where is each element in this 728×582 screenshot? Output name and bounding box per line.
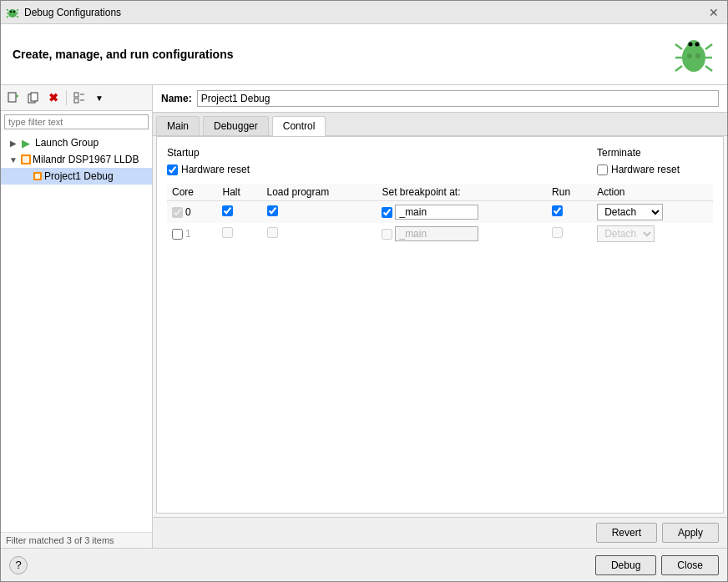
delete-button[interactable]: ✖ bbox=[44, 89, 63, 107]
col-run: Run bbox=[547, 184, 592, 201]
svg-rect-25 bbox=[31, 93, 38, 101]
expand-launch-group[interactable]: ▶ bbox=[8, 139, 19, 148]
core0-action-cell: Detach Continue Halt bbox=[592, 201, 713, 224]
core1-action-select[interactable]: Detach bbox=[597, 225, 655, 242]
core1-halt-checkbox[interactable] bbox=[222, 227, 233, 238]
svg-point-1 bbox=[10, 10, 12, 12]
svg-point-19 bbox=[687, 53, 692, 58]
startup-hw-reset-checkbox[interactable] bbox=[167, 164, 178, 175]
filter-dropdown-button[interactable]: ▼ bbox=[90, 89, 109, 107]
launch-group-icon: ▶ bbox=[19, 136, 33, 149]
cores-table: Core Halt Load program Set breakpoint at… bbox=[167, 184, 713, 245]
tab-debugger[interactable]: Debugger bbox=[203, 116, 269, 135]
revert-button[interactable]: Revert bbox=[596, 523, 657, 543]
bottom-bar: ? Debug Close bbox=[1, 548, 727, 581]
svg-rect-27 bbox=[74, 99, 78, 103]
bottom-left: ? bbox=[9, 556, 28, 574]
core0-cell: 0 bbox=[167, 201, 217, 224]
col-action: Action bbox=[592, 184, 713, 201]
core0-checkbox[interactable] bbox=[172, 207, 183, 218]
terminate-hw-reset-row: Hardware reset bbox=[597, 164, 680, 175]
tree-item-launch-group[interactable]: ▶ ▶ Launch Group bbox=[1, 134, 152, 151]
right-action-bar: Revert Apply bbox=[153, 517, 727, 548]
name-label: Name: bbox=[161, 93, 192, 104]
svg-line-8 bbox=[17, 16, 18, 18]
tab-control[interactable]: Control bbox=[272, 116, 326, 136]
toolbar-divider bbox=[66, 90, 67, 105]
filter-status: Filter matched 3 of 3 items bbox=[1, 532, 152, 548]
core0-run-cell bbox=[547, 201, 592, 224]
left-toolbar: ✖ ▼ bbox=[1, 85, 152, 111]
svg-point-0 bbox=[8, 9, 17, 18]
core0-load-checkbox[interactable] bbox=[267, 205, 278, 216]
core1-action-cell: Detach bbox=[592, 223, 713, 245]
core1-checkbox[interactable] bbox=[172, 229, 183, 240]
svg-point-10 bbox=[687, 40, 700, 52]
apply-button[interactable]: Apply bbox=[662, 523, 719, 543]
close-button[interactable]: Close bbox=[661, 555, 719, 575]
svg-line-7 bbox=[7, 16, 8, 18]
terminate-hw-reset-checkbox[interactable] bbox=[597, 164, 608, 175]
core1-cell: 1 bbox=[167, 223, 217, 245]
collapse-button[interactable] bbox=[70, 89, 88, 107]
core0-halt-checkbox[interactable] bbox=[222, 205, 233, 216]
tree-item-milandr[interactable]: ▼ Milandr DSP1967 LLDB bbox=[1, 151, 152, 168]
core0-bp-input[interactable] bbox=[395, 205, 478, 220]
duplicate-button[interactable] bbox=[24, 89, 43, 107]
help-button[interactable]: ? bbox=[9, 556, 28, 574]
core0-bp-cell bbox=[377, 201, 547, 224]
name-input[interactable] bbox=[197, 90, 719, 107]
col-bp: Set breakpoint at: bbox=[377, 184, 547, 201]
startup-hw-reset-label: Hardware reset bbox=[181, 164, 250, 175]
svg-line-14 bbox=[705, 44, 712, 49]
svg-rect-31 bbox=[23, 156, 29, 163]
core0-label: 0 bbox=[185, 206, 191, 218]
tree-item-project1-debug[interactable]: ▶ Project1 Debug bbox=[1, 168, 152, 185]
bug-icon-large bbox=[672, 33, 715, 76]
tab-bar: Main Debugger Control bbox=[153, 113, 727, 136]
svg-point-2 bbox=[13, 10, 15, 12]
launch-group-label: Launch Group bbox=[35, 137, 99, 149]
dialog-header: Create, manage, and run configurations bbox=[1, 24, 727, 85]
table-row: 1 bbox=[167, 223, 713, 245]
svg-line-18 bbox=[705, 66, 712, 71]
core0-run-checkbox[interactable] bbox=[552, 205, 563, 216]
milandr-label: Milandr DSP1967 LLDB bbox=[33, 154, 139, 165]
title-bar-left: Debug Configurations bbox=[6, 6, 121, 19]
tab-main[interactable]: Main bbox=[156, 116, 200, 135]
svg-point-20 bbox=[695, 53, 700, 58]
startup-hw-reset-row: Hardware reset bbox=[167, 164, 250, 175]
core0-action-select[interactable]: Detach Continue Halt bbox=[597, 204, 663, 220]
svg-line-13 bbox=[675, 44, 682, 49]
core1-bp-checkbox[interactable] bbox=[382, 229, 392, 240]
core1-load-checkbox[interactable] bbox=[267, 227, 278, 238]
expand-milandr[interactable]: ▼ bbox=[8, 155, 19, 164]
core1-bp-input[interactable] bbox=[395, 226, 478, 241]
core0-bp-checkbox[interactable] bbox=[382, 207, 392, 218]
title-bar: Debug Configurations ✕ bbox=[1, 1, 727, 24]
startup-title: Startup bbox=[167, 147, 250, 159]
debug-configurations-dialog: Debug Configurations ✕ Create, manage, a… bbox=[0, 0, 728, 582]
core1-run-checkbox[interactable] bbox=[552, 227, 563, 238]
core1-label: 1 bbox=[185, 228, 191, 240]
col-load: Load program bbox=[262, 184, 377, 201]
svg-point-11 bbox=[689, 43, 693, 47]
milandr-icon bbox=[19, 153, 33, 166]
dialog-body: ✖ ▼ ▶ ▶ Launch Group ▼ bbox=[1, 85, 727, 548]
core1-halt-cell bbox=[217, 223, 261, 245]
terminate-hw-reset-label: Hardware reset bbox=[611, 164, 680, 175]
svg-point-12 bbox=[695, 43, 700, 47]
title-bar-text: Debug Configurations bbox=[24, 7, 121, 18]
new-config-button[interactable] bbox=[4, 89, 23, 107]
project1-label: Project1 Debug bbox=[44, 170, 114, 182]
dialog-header-title: Create, manage, and run configurations bbox=[13, 48, 234, 61]
debug-button[interactable]: Debug bbox=[595, 555, 656, 575]
startup-terminate-row: Startup Hardware reset Terminate Hardwar… bbox=[167, 147, 713, 175]
bottom-right: Debug Close bbox=[595, 555, 719, 575]
project1-icon bbox=[31, 170, 44, 183]
name-bar: Name: bbox=[153, 85, 727, 113]
svg-line-3 bbox=[7, 9, 8, 11]
svg-line-4 bbox=[17, 9, 18, 11]
close-window-button[interactable]: ✕ bbox=[705, 4, 722, 21]
filter-input[interactable] bbox=[4, 114, 149, 129]
